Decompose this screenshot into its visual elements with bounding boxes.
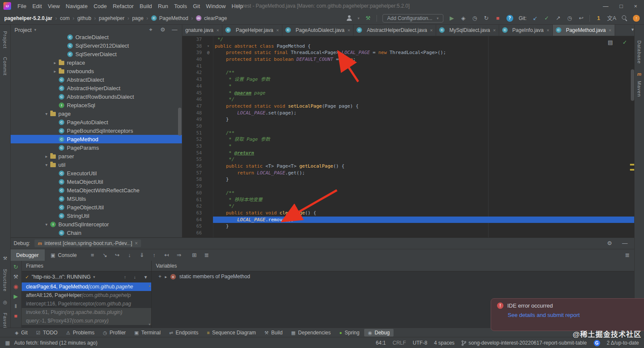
tree-item-oracledialect[interactable]: COracleDialect: [10, 33, 182, 41]
pause-program[interactable]: ‖: [13, 303, 19, 309]
tree-item-pageboundsqlinterceptors[interactable]: CPageBoundSqlInterceptors: [10, 126, 182, 135]
code-text[interactable]: * @param page: [213, 90, 635, 97]
line-number[interactable]: 46: [182, 96, 204, 103]
add-watch-icon[interactable]: +: [158, 274, 161, 280]
code-text[interactable]: */: [213, 36, 635, 43]
code-text[interactable]: /**: [213, 130, 635, 137]
line-number[interactable]: 37: [182, 36, 204, 43]
tree-item-pageparams[interactable]: CPageParams: [10, 143, 182, 152]
show-execution-point[interactable]: ↘: [102, 252, 108, 258]
close-icon[interactable]: ×: [216, 28, 219, 33]
tree-item-metaobjectwithreflectcache[interactable]: CMetaObjectWithReflectCache: [10, 186, 182, 194]
editor-tab-pageinfo.java[interactable]: CPageInfo.java×: [499, 24, 553, 36]
code-text[interactable]: protected static boolean DEFAULT_COUNT =…: [213, 56, 635, 63]
frame-row[interactable]: query:-1, $Proxy437 (com.sun.proxy): [22, 317, 151, 325]
toolwindow-button-terminal[interactable]: ▣Terminal: [130, 329, 164, 337]
tree-item-metaobjectutil[interactable]: CMetaObjectUtil: [10, 177, 182, 186]
chevron-down-icon[interactable]: ▾: [43, 111, 50, 116]
tree-item-pagemethod[interactable]: CPageMethod: [10, 135, 182, 143]
close-icon[interactable]: ×: [430, 28, 433, 33]
menu-file[interactable]: File: [14, 2, 29, 11]
g-badge-icon[interactable]: G: [594, 340, 600, 346]
chevron-right-icon[interactable]: ▸: [165, 274, 167, 279]
frame-row[interactable]: invoke:61, Plugin (org.apache.ibatis.plu…: [22, 308, 151, 317]
toolwindow-button-database[interactable]: Database: [637, 40, 642, 64]
toolwindow-button-commit[interactable]: Commit: [3, 57, 8, 76]
filter-frames-icon[interactable]: ▼: [144, 275, 148, 280]
toolwindow-button-structure[interactable]: Structure: [3, 269, 8, 292]
git-branch-widget[interactable]: song-develop-interest-20220617-report-su…: [461, 340, 587, 346]
code-text[interactable]: [213, 183, 635, 190]
tree-item-replacesql[interactable]: IReplaceSql: [10, 101, 182, 109]
caret-position[interactable]: 64:1: [376, 340, 385, 346]
code-text[interactable]: }: [213, 116, 635, 123]
tree-item-util[interactable]: ▾util: [10, 160, 182, 169]
line-number[interactable]: 43: [182, 76, 204, 83]
layout-settings-icon[interactable]: ≣: [204, 252, 210, 258]
frame-row[interactable]: afterAll:126, PageHelper (com.github.pag…: [22, 291, 151, 300]
ide-update[interactable]: ↑: [633, 15, 640, 22]
toolwindow-button-todo[interactable]: ☑TODO: [32, 329, 61, 337]
ide-error-notification[interactable]: ! IDE error occurred See details and sub…: [491, 298, 644, 331]
line-number[interactable]: 41: [182, 63, 204, 70]
close-icon[interactable]: ×: [276, 28, 279, 33]
toolwindow-button-spring[interactable]: ●Spring: [336, 329, 363, 337]
git-commit[interactable]: ✓: [543, 15, 549, 21]
line-number[interactable]: 64: [182, 217, 204, 223]
code-text[interactable]: /**: [213, 190, 635, 197]
line-number[interactable]: 40: [182, 56, 204, 63]
editor-tab-abstracthelperdialect.java[interactable]: CAbstractHelperDialect.java×: [354, 24, 436, 36]
close-icon[interactable]: ×: [609, 28, 611, 33]
git-rollback[interactable]: ↩: [578, 15, 584, 21]
debug-tab-debugger[interactable]: Debugger: [10, 249, 45, 261]
gutter-marker-icon[interactable]: ▿: [204, 43, 213, 50]
toolwindow-switcher-icon[interactable]: ▦: [5, 340, 10, 346]
toolwindow-button-maven[interactable]: Maven: [637, 81, 642, 97]
translate-icon[interactable]: 文A: [607, 15, 616, 21]
editor-scrollbar[interactable]: [631, 69, 634, 101]
breakpoint-icon[interactable]: ◎: [3, 300, 7, 305]
line-number[interactable]: 58: [182, 176, 204, 183]
thread-selector[interactable]: ✓ "http-nio-3...n": RUNNING ▾ ↑↓▼: [22, 271, 151, 282]
code-text[interactable]: public abstract class PageMethod {: [213, 43, 635, 50]
breadcrumb-item[interactable]: pagehelper: [99, 15, 124, 21]
line-number[interactable]: 50: [182, 123, 204, 130]
tree-item-pageautodialect[interactable]: CPageAutoDialect: [10, 118, 182, 126]
line-number[interactable]: 65: [182, 223, 204, 230]
line-number[interactable]: 52: [182, 136, 204, 143]
line-number[interactable]: 45: [182, 90, 204, 97]
rerun[interactable]: ↻: [483, 15, 489, 21]
code-text[interactable]: * 移除本地变量: [213, 197, 635, 203]
close-icon[interactable]: ×: [546, 28, 549, 33]
menu-code[interactable]: Code: [91, 2, 110, 11]
editor-tab-mysqldialect.java[interactable]: CMySqlDialect.java×: [436, 24, 499, 36]
breadcrumb-item[interactable]: github: [77, 15, 91, 21]
breadcrumb-item[interactable]: pagehelper-5.2.0.jar: [4, 15, 52, 21]
toolwindow-button-profiler[interactable]: ◷Profiler: [99, 329, 130, 337]
frame-down-icon[interactable]: ↓: [134, 275, 136, 280]
debug-tab-console[interactable]: ▣Console: [45, 249, 83, 261]
stop-debug[interactable]: ■: [13, 313, 19, 319]
force-step-into[interactable]: ⇓: [139, 252, 145, 258]
threads-view-icon[interactable]: ⊞: [191, 252, 197, 258]
toolwindow-button-project[interactable]: Project: [3, 31, 8, 48]
chevron-down-icon[interactable]: ▾: [43, 222, 50, 227]
indent-setting[interactable]: 4 spaces: [434, 340, 454, 346]
editor-tab-pagehelper.java[interactable]: CPageHelper.java×: [222, 24, 282, 36]
code-text[interactable]: }: [213, 223, 635, 230]
inspections-ok-icon[interactable]: ✓: [622, 40, 628, 46]
tree-item-abstracthelperdialect[interactable]: CAbstractHelperDialect: [10, 84, 182, 92]
menu-navigate[interactable]: Navigate: [63, 2, 90, 11]
tree-item-parser[interactable]: ▸parser: [10, 152, 182, 160]
editor-tab-pageautodialect.java[interactable]: CPageAutoDialect.java×: [282, 24, 354, 36]
breadcrumb-item[interactable]: com: [60, 15, 70, 21]
code-text[interactable]: protected static void setLocalPage(Page …: [213, 103, 635, 110]
code-text[interactable]: public static <T> Page<T> getLocalPage()…: [213, 163, 635, 170]
code-text[interactable]: *: [213, 83, 635, 90]
code-text[interactable]: [213, 123, 635, 130]
line-number[interactable]: 53: [182, 143, 204, 150]
code-text[interactable]: }: [213, 176, 635, 183]
project-scrollbar[interactable]: [178, 108, 181, 136]
menu-git[interactable]: Git: [190, 2, 203, 11]
line-number[interactable]: 60: [182, 190, 204, 197]
